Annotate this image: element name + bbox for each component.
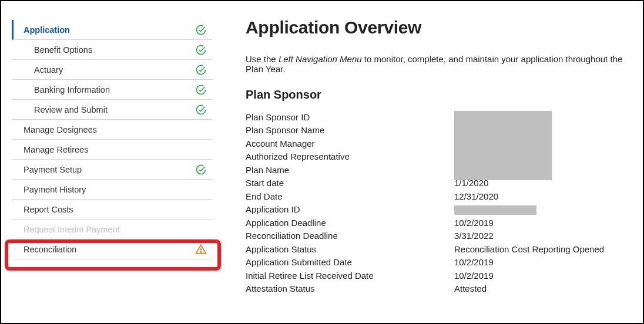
field-value: Attested <box>454 282 626 296</box>
check-icon <box>195 104 207 116</box>
field-label: Application Submitted Date <box>246 256 454 269</box>
field-value <box>454 203 626 217</box>
nav-label: Banking Information <box>34 85 110 95</box>
nav-benefit-options[interactable]: Benefit Options <box>12 40 213 60</box>
intro-text: Use the Left Navigation Menu to monitor,… <box>246 54 626 74</box>
nav-label: Benefit Options <box>34 45 92 55</box>
check-icon <box>195 164 207 176</box>
nav-manage-designees[interactable]: Manage Designees <box>12 120 213 140</box>
field-value: 10/2/2019 <box>454 256 626 269</box>
field-value: 10/2/2019 <box>454 217 626 230</box>
field-label: Application Deadline <box>246 217 454 230</box>
field-label: Reconciliation Deadline <box>246 230 454 243</box>
field-value: 1/1/2020 <box>454 177 626 190</box>
field-value: 10/2/2019 <box>454 269 626 283</box>
row-application-submitted-date: Application Submitted Date 10/2/2019 <box>246 256 626 269</box>
nav-label: Payment Setup <box>24 165 82 174</box>
row-start-date: Start date 1/1/2020 <box>246 177 626 190</box>
main-content: Application Overview Use the Left Naviga… <box>213 15 626 317</box>
nav-label: Payment History <box>24 185 86 194</box>
row-application-status: Application Status Reconciliation Cost R… <box>246 243 626 256</box>
field-label: Plan Name <box>246 164 454 177</box>
field-value <box>454 111 626 180</box>
nav-manage-retirees[interactable]: Manage Retirees <box>12 140 213 160</box>
app-frame: Application Benefit Options Actuary <box>0 0 644 324</box>
nav-payment-history[interactable]: Payment History <box>12 180 213 200</box>
row-application-id: Application ID <box>246 203 626 217</box>
nav-payment-setup[interactable]: Payment Setup <box>12 160 213 180</box>
nav-label: Application <box>24 25 70 35</box>
field-label: Initial Retiree List Received Date <box>246 269 454 283</box>
field-value: 3/31/2022 <box>454 230 626 243</box>
field-label: Attestation Status <box>246 282 454 296</box>
section-title-plan-sponsor: Plan Sponsor <box>246 88 626 102</box>
page-title: Application Overview <box>246 18 626 38</box>
nav-banking-information[interactable]: Banking Information <box>12 80 213 100</box>
warning-icon <box>195 244 207 255</box>
field-label: Plan Sponsor Name <box>246 124 454 137</box>
nav-label: Manage Designees <box>24 125 97 134</box>
nav-label: Manage Retirees <box>24 145 88 154</box>
nav-review-submit[interactable]: Review and Submit <box>12 100 213 120</box>
row-initial-retiree-list: Initial Retiree List Received Date 10/2/… <box>246 269 626 283</box>
nav-reconciliation[interactable]: Reconciliation <box>12 239 213 259</box>
redacted-block <box>454 111 552 180</box>
check-icon <box>195 64 207 76</box>
field-value: Reconciliation Cost Reporting Opened <box>454 243 626 256</box>
row-end-date: End Date 12/31/2020 <box>246 190 626 204</box>
nav-label: Request Interim Payment <box>24 225 120 234</box>
nav-report-costs[interactable]: Report Costs <box>12 200 213 220</box>
nav-request-interim-payment: Request Interim Payment <box>12 220 213 239</box>
redacted-block <box>454 205 536 215</box>
svg-point-1 <box>200 251 201 252</box>
field-label: End Date <box>246 190 454 204</box>
field-label: Start date <box>246 177 454 190</box>
nav-actuary[interactable]: Actuary <box>12 60 213 80</box>
field-label: Account Manager <box>246 137 454 151</box>
field-value: 12/31/2020 <box>454 190 626 204</box>
nav-application[interactable]: Application <box>12 20 213 40</box>
nav-label: Actuary <box>34 65 63 75</box>
nav-label: Review and Submit <box>34 105 108 114</box>
left-nav-menu: Application Benefit Options Actuary <box>12 15 213 317</box>
field-label: Authorized Representative <box>246 150 454 164</box>
check-icon <box>195 24 207 36</box>
nav-label: Reconciliation <box>24 245 76 254</box>
nav-label: Report Costs <box>24 205 73 214</box>
field-label: Application ID <box>246 203 454 217</box>
check-icon <box>195 84 207 96</box>
row-attestation-status: Attestation Status Attested <box>246 282 626 296</box>
check-icon <box>195 44 207 56</box>
row-application-deadline: Application Deadline 10/2/2019 <box>246 217 626 230</box>
field-label: Application Status <box>246 243 454 256</box>
row-reconciliation-deadline: Reconciliation Deadline 3/31/2022 <box>246 230 626 243</box>
